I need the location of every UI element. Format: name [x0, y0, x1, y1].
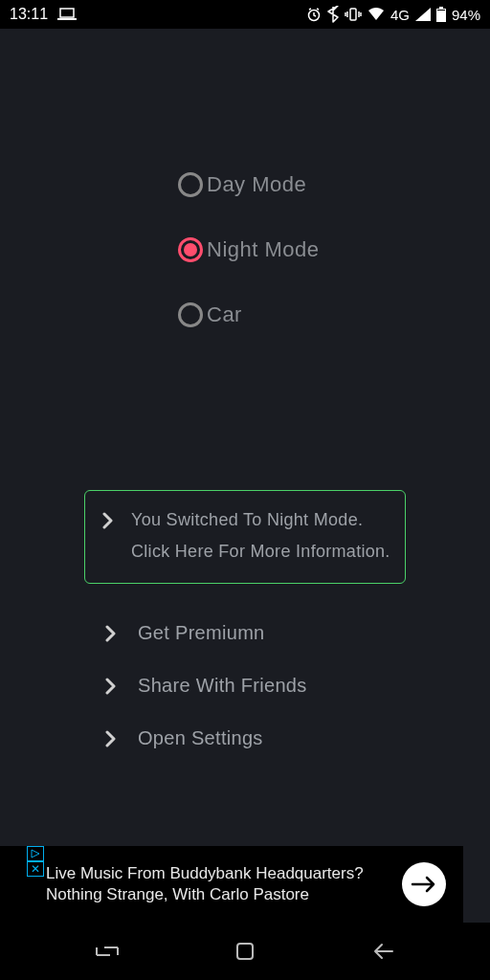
- alarm-icon: [306, 7, 322, 22]
- status-bar: 13:11 4G 94%: [0, 0, 490, 29]
- network-label: 4G: [390, 7, 410, 23]
- radio-night-mode[interactable]: Night Mode: [178, 237, 490, 262]
- ad-line-2: Nothing Strange, With Carlo Pastore: [46, 885, 364, 904]
- nav-back-button[interactable]: [345, 932, 421, 970]
- svg-rect-5: [436, 9, 446, 22]
- app-body: Day Mode Night Mode Car You Switched To …: [0, 29, 490, 923]
- signal-icon: [415, 8, 431, 21]
- battery-percent: 94%: [452, 7, 480, 23]
- radio-day-mode[interactable]: Day Mode: [178, 172, 490, 197]
- ad-choices-icon[interactable]: ✕: [27, 846, 44, 877]
- battery-icon: [436, 7, 446, 22]
- info-box[interactable]: You Switched To Night Mode. Click Here F…: [84, 490, 406, 584]
- radio-car[interactable]: Car: [178, 302, 490, 327]
- action-label: Share With Friends: [138, 675, 307, 697]
- chevron-right-icon: [105, 730, 121, 749]
- chevron-right-icon: [105, 625, 121, 644]
- chevron-right-icon: [105, 678, 121, 697]
- svg-rect-0: [60, 9, 74, 17]
- radio-label: Day Mode: [207, 172, 306, 197]
- action-settings[interactable]: Open Settings: [84, 712, 406, 749]
- nav-home-button[interactable]: [207, 932, 283, 970]
- radio-icon: [178, 302, 203, 327]
- action-get-premium[interactable]: Get Premiumn: [84, 607, 406, 659]
- wifi-icon: [368, 8, 385, 21]
- radio-icon: [178, 237, 203, 262]
- action-label: Open Settings: [138, 727, 263, 749]
- info-line-2: Click Here For More Information.: [131, 542, 390, 562]
- svg-rect-3: [350, 9, 356, 20]
- svg-rect-4: [439, 7, 443, 9]
- radio-icon: [178, 172, 203, 197]
- info-line-1: You Switched To Night Mode.: [131, 510, 390, 530]
- bluetooth-icon: [327, 6, 339, 23]
- svg-rect-7: [237, 944, 253, 959]
- nav-recents-button[interactable]: [69, 932, 145, 970]
- action-share[interactable]: Share With Friends: [84, 659, 406, 712]
- ad-line-1: Live Music From Buddybank Headquarters?: [46, 864, 364, 883]
- action-label: Get Premiumn: [138, 622, 265, 644]
- radio-label: Car: [207, 302, 242, 327]
- laptop-icon: [57, 8, 77, 21]
- svg-rect-1: [57, 18, 77, 20]
- android-nav-bar: [0, 923, 490, 980]
- vibrate-icon: [345, 7, 362, 22]
- svg-rect-6: [437, 10, 445, 11]
- ad-banner[interactable]: ✕ Live Music From Buddybank Headquarters…: [0, 846, 463, 923]
- status-time: 13:11: [10, 6, 48, 23]
- ad-arrow-button[interactable]: [402, 862, 446, 906]
- mode-radio-group: Day Mode Night Mode Car: [0, 172, 490, 327]
- chevron-right-icon: [102, 512, 118, 531]
- radio-label: Night Mode: [207, 237, 320, 262]
